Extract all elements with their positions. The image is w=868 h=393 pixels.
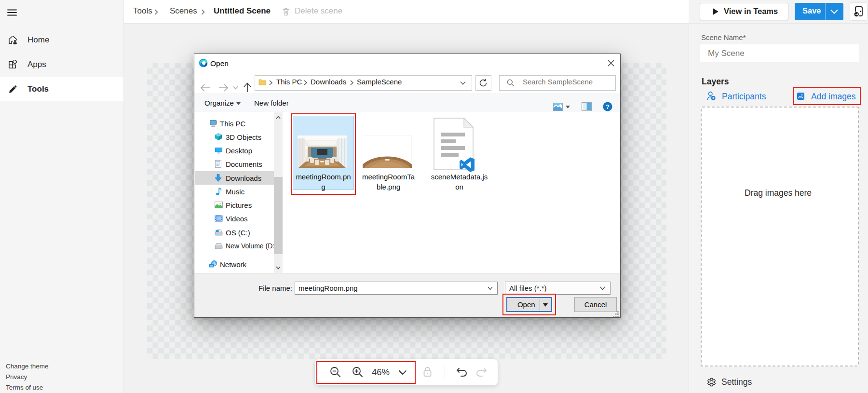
svg-text:?: ? — [606, 103, 610, 110]
